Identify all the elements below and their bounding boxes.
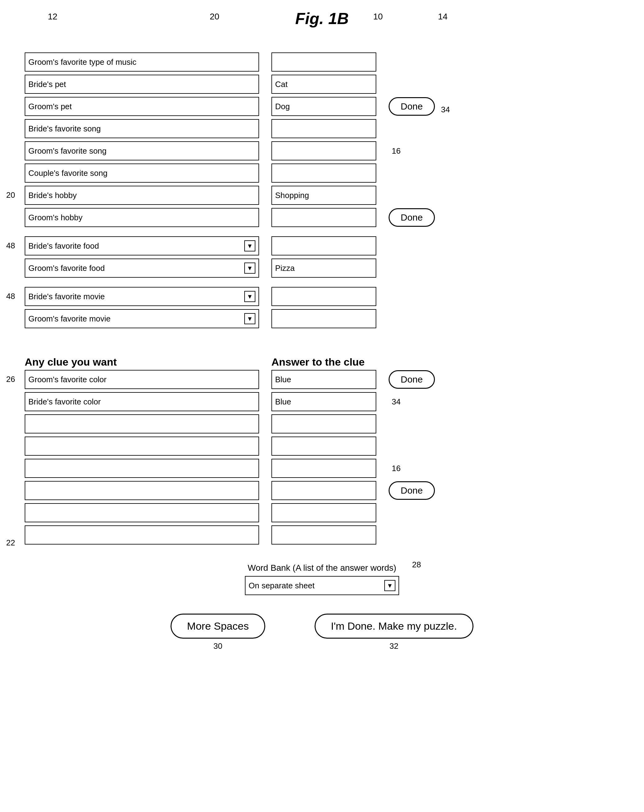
- table-row: 22: [25, 525, 619, 545]
- done-button-2[interactable]: Done: [389, 97, 435, 116]
- done-button-7[interactable]: Done: [389, 208, 435, 227]
- label-32: 32: [389, 641, 398, 651]
- label-16-mid: 16: [392, 464, 401, 473]
- answer-field-6[interactable]: Shopping: [272, 186, 376, 205]
- answer-field-1[interactable]: Cat: [272, 75, 376, 94]
- answer-field-11[interactable]: [272, 309, 376, 328]
- word-bank-dropdown-arrow[interactable]: ▼: [384, 580, 395, 591]
- custom-clue-3[interactable]: [25, 437, 259, 456]
- custom-answer-3[interactable]: [272, 437, 376, 456]
- more-spaces-button[interactable]: More Spaces: [171, 614, 265, 639]
- dropdown-arrow-10[interactable]: ▼: [244, 291, 255, 302]
- label-26: 26: [6, 374, 15, 384]
- answer-field-0[interactable]: [272, 52, 376, 72]
- table-row: Done: [25, 481, 619, 500]
- label-28: 28: [412, 560, 421, 569]
- custom-section: Any clue you want Answer to the clue 26 …: [25, 347, 619, 548]
- bottom-buttons: More Spaces 30 I'm Done. Make my puzzle.…: [25, 614, 619, 639]
- clue-field-10[interactable]: Bride's favorite movie ▼: [25, 287, 259, 306]
- custom-answer-2[interactable]: [272, 414, 376, 433]
- dropdown-arrow-8[interactable]: ▼: [244, 240, 255, 252]
- label-22: 22: [6, 538, 15, 548]
- clue-field-1[interactable]: Bride's pet: [25, 75, 259, 94]
- custom-answer-7[interactable]: [272, 525, 376, 545]
- answer-field-2[interactable]: Dog: [272, 97, 376, 116]
- label-20-mid: 20: [6, 190, 15, 200]
- label-10: 10: [373, 12, 383, 21]
- headers-row: Any clue you want Answer to the clue: [25, 356, 619, 368]
- answer-field-8[interactable]: [272, 236, 376, 255]
- answer-field-7[interactable]: [272, 208, 376, 227]
- clue-field-7[interactable]: Groom's hobby: [25, 208, 259, 227]
- custom-answer-5[interactable]: [272, 481, 376, 500]
- answer-column-header: Answer to the clue: [272, 356, 376, 368]
- word-bank-input[interactable]: On separate sheet ▼: [245, 576, 399, 595]
- dropdown-arrow-11[interactable]: ▼: [244, 313, 255, 324]
- done-button-custom-5[interactable]: Done: [389, 481, 435, 500]
- table-row: [25, 414, 619, 433]
- custom-clue-5[interactable]: [25, 481, 259, 500]
- label-30: 30: [214, 641, 222, 651]
- label-48-bot: 48: [6, 292, 15, 301]
- custom-clue-6[interactable]: [25, 503, 259, 522]
- done-button-custom-0[interactable]: Done: [389, 370, 435, 389]
- preset-section: Groom's favorite type of music Bride's p…: [25, 52, 619, 331]
- clue-field-11[interactable]: Groom's favorite movie ▼: [25, 309, 259, 328]
- custom-answer-4[interactable]: [272, 459, 376, 478]
- custom-clue-1[interactable]: Bride's favorite color: [25, 392, 259, 411]
- table-row: Groom's pet Dog Done 34: [25, 97, 619, 116]
- clue-field-0[interactable]: Groom's favorite type of music: [25, 52, 259, 72]
- clue-field-6[interactable]: Bride's hobby: [25, 186, 259, 205]
- custom-answer-6[interactable]: [272, 503, 376, 522]
- word-bank-label: Word Bank (A list of the answer words): [248, 563, 396, 573]
- table-row: 48 Bride's favorite food ▼: [25, 236, 619, 255]
- custom-answer-0[interactable]: Blue: [272, 370, 376, 389]
- custom-clue-4[interactable]: [25, 459, 259, 478]
- table-row: 48 Bride's favorite movie ▼: [25, 287, 619, 306]
- table-row: Groom's favorite type of music: [25, 52, 619, 72]
- table-row: 20 Bride's hobby Shopping: [25, 186, 619, 205]
- table-row: Bride's pet Cat: [25, 75, 619, 94]
- figure-title: Fig. 1B: [295, 9, 348, 28]
- answer-field-10[interactable]: [272, 287, 376, 306]
- label-14: 14: [438, 12, 447, 21]
- answer-field-5[interactable]: [272, 163, 376, 183]
- clue-field-2[interactable]: Groom's pet: [25, 97, 259, 116]
- label-48-top: 48: [6, 241, 15, 250]
- clue-field-8[interactable]: Bride's favorite food ▼: [25, 236, 259, 255]
- clue-column-header: Any clue you want: [25, 356, 259, 368]
- clue-field-9[interactable]: Groom's favorite food ▼: [25, 258, 259, 278]
- table-row: 26 Groom's favorite color Blue Done: [25, 370, 619, 389]
- table-row: Groom's favorite food ▼ Pizza: [25, 258, 619, 278]
- table-row: Couple's favorite song: [25, 163, 619, 183]
- clue-field-4[interactable]: Groom's favorite song: [25, 141, 259, 160]
- table-row: Groom's favorite movie ▼ 20: [25, 309, 619, 328]
- label-12: 12: [48, 12, 57, 21]
- dropdown-arrow-9[interactable]: ▼: [244, 263, 255, 274]
- table-row: [25, 503, 619, 522]
- custom-clue-7[interactable]: [25, 525, 259, 545]
- make-puzzle-button[interactable]: I'm Done. Make my puzzle.: [314, 614, 473, 639]
- table-row: Groom's hobby Done: [25, 208, 619, 227]
- custom-clue-0[interactable]: Groom's favorite color: [25, 370, 259, 389]
- clue-field-5[interactable]: Couple's favorite song: [25, 163, 259, 183]
- answer-field-3[interactable]: [272, 119, 376, 138]
- label-34-bot: 34: [392, 397, 401, 407]
- label-16-top: 16: [392, 146, 401, 156]
- custom-clue-2[interactable]: [25, 414, 259, 433]
- table-row: Bride's favorite color Blue 34: [25, 392, 619, 411]
- table-row: 16: [25, 459, 619, 478]
- answer-field-4[interactable]: [272, 141, 376, 160]
- label-20-top: 20: [210, 12, 219, 21]
- custom-answer-1[interactable]: Blue: [272, 392, 376, 411]
- table-row: [25, 437, 619, 456]
- answer-field-9[interactable]: Pizza: [272, 258, 376, 278]
- table-row: Bride's favorite song: [25, 119, 619, 138]
- clue-field-3[interactable]: Bride's favorite song: [25, 119, 259, 138]
- word-bank-section: Word Bank (A list of the answer words) 2…: [25, 563, 619, 595]
- table-row: Groom's favorite song 16: [25, 141, 619, 160]
- label-34-top: 34: [441, 105, 450, 114]
